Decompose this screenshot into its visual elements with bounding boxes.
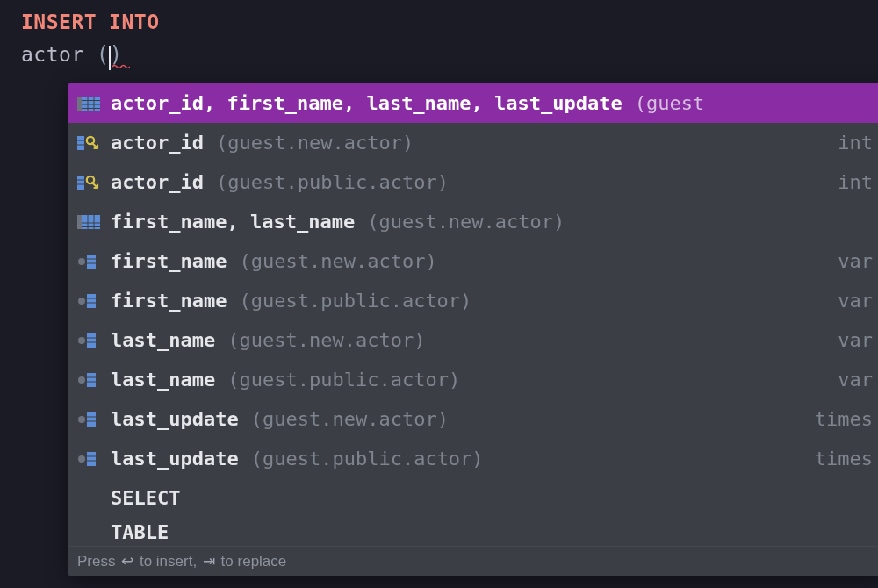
svg-point-30 xyxy=(78,337,85,344)
text-caret xyxy=(109,46,111,70)
suggestion-context: (guest.public.actor) xyxy=(227,369,460,391)
code-line-1[interactable]: INSERT INTO xyxy=(0,0,878,42)
suggestion-item[interactable]: first_name, last_name(guest.new.actor) xyxy=(68,202,878,241)
svg-rect-31 xyxy=(87,333,96,348)
columns-icon xyxy=(77,95,111,112)
columns-icon xyxy=(77,213,111,231)
svg-rect-15 xyxy=(77,215,82,229)
popup-footer-hint: Press ↩ to insert, ⇥ to replace xyxy=(68,546,878,576)
svg-rect-27 xyxy=(87,294,96,308)
keyword-insert: INSERT xyxy=(21,11,97,33)
keyword-into: INTO xyxy=(109,11,159,33)
suggestion-label: last_update xyxy=(111,448,239,470)
suggestion-item[interactable]: last_name(guest.new.actor)var xyxy=(68,320,878,360)
suggestion-type: var xyxy=(838,369,873,391)
suggestion-label: first_name xyxy=(111,250,227,272)
suggestion-context: (guest.new.actor) xyxy=(216,132,414,154)
svg-point-26 xyxy=(78,298,85,305)
suggestion-type: var xyxy=(838,329,873,351)
svg-rect-43 xyxy=(87,452,96,466)
svg-rect-0 xyxy=(77,97,82,111)
column-icon xyxy=(77,253,111,270)
svg-rect-39 xyxy=(87,412,96,427)
suggestion-context: (guest.new.actor) xyxy=(367,211,565,233)
suggestion-type: int xyxy=(838,171,873,193)
svg-rect-11 xyxy=(77,176,84,190)
key-column-icon xyxy=(77,134,111,152)
suggestion-item[interactable]: first_name(guest.public.actor)var xyxy=(68,281,878,320)
suggestion-type: var xyxy=(838,290,873,312)
open-paren: ( xyxy=(97,42,110,67)
suggestion-item[interactable]: first_name(guest.new.actor)var xyxy=(68,241,878,281)
table-identifier: actor xyxy=(21,43,84,66)
svg-point-22 xyxy=(78,258,85,265)
svg-rect-35 xyxy=(87,373,96,387)
suggestion-label: actor_id xyxy=(111,171,204,193)
suggestion-item[interactable]: actor_id, first_name, last_name, last_up… xyxy=(68,83,878,123)
suggestion-item[interactable]: SELECT xyxy=(68,478,878,518)
svg-point-42 xyxy=(78,455,85,463)
sql-editor[interactable]: INSERT INTO actor ( ) actor_id, first_na… xyxy=(0,0,878,588)
svg-point-38 xyxy=(78,416,85,423)
svg-point-34 xyxy=(78,376,85,384)
suggestion-context: (guest.new.actor) xyxy=(239,250,436,272)
suggestion-label: TABLE xyxy=(111,521,169,543)
suggestion-context: (guest.new.actor) xyxy=(227,329,425,351)
column-icon xyxy=(77,371,111,389)
column-icon xyxy=(77,332,111,349)
suggestion-label: last_name xyxy=(111,329,215,351)
error-underline-icon xyxy=(112,64,130,68)
suggestion-type: var xyxy=(838,250,873,272)
suggestion-item[interactable]: last_name(guest.public.actor)var xyxy=(68,360,878,399)
tab-key-icon: ⇥ xyxy=(201,552,217,570)
suggestion-item[interactable]: last_update(guest.new.actor)times xyxy=(68,399,878,439)
suggestion-type: int xyxy=(838,132,873,154)
suggestion-item[interactable]: TABLE xyxy=(68,518,878,546)
autocomplete-popup[interactable]: actor_id, first_name, last_name, last_up… xyxy=(68,83,878,576)
hint-replace: to replace xyxy=(221,553,287,570)
code-line-2[interactable]: actor ( ) xyxy=(0,42,878,77)
column-icon xyxy=(77,450,111,468)
svg-rect-7 xyxy=(77,136,84,150)
suggestion-type: times xyxy=(815,408,873,430)
suggestion-item[interactable]: actor_id(guest.new.actor)int xyxy=(68,123,878,162)
suggestion-label: SELECT xyxy=(111,487,180,509)
suggestion-label: last_update xyxy=(111,408,239,430)
close-paren: ) xyxy=(110,42,123,67)
suggestion-label: actor_id xyxy=(111,132,204,154)
paren-group: ( ) xyxy=(97,42,123,67)
suggestion-label: actor_id, first_name, last_name, last_up… xyxy=(111,92,623,114)
suggestion-context: (guest.public.actor) xyxy=(216,171,449,193)
suggestion-label: first_name, last_name xyxy=(111,211,355,233)
suggestion-context: (guest.public.actor) xyxy=(239,290,471,312)
suggestion-context: (guest.public.actor) xyxy=(251,448,484,470)
svg-rect-23 xyxy=(87,255,96,269)
column-icon xyxy=(77,292,111,310)
suggestion-label: first_name xyxy=(111,290,227,312)
hint-press: Press xyxy=(77,553,115,570)
column-icon xyxy=(77,411,111,428)
suggestion-context: (guest.new.actor) xyxy=(251,408,449,430)
suggestion-context: (guest xyxy=(635,92,704,114)
enter-key-icon: ↩ xyxy=(119,552,135,570)
suggestion-type: times xyxy=(815,448,873,470)
suggestion-item[interactable]: actor_id(guest.public.actor)int xyxy=(68,162,878,202)
key-column-icon xyxy=(77,174,111,191)
suggestion-label: last_name xyxy=(111,369,215,391)
hint-insert: to insert, xyxy=(140,553,197,570)
suggestion-item[interactable]: last_update(guest.public.actor)times xyxy=(68,439,878,478)
